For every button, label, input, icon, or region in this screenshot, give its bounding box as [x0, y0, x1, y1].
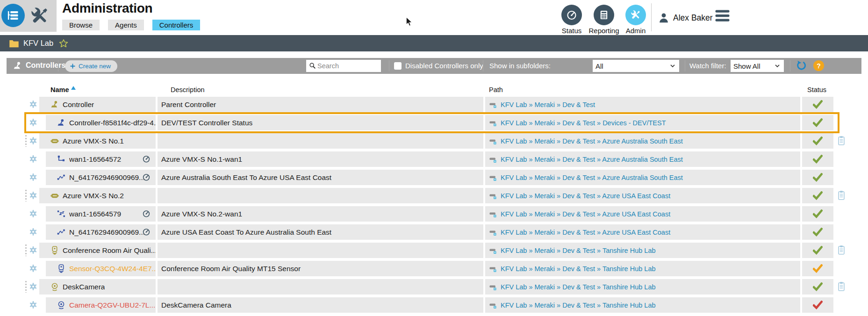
name-cell[interactable]: Controller	[39, 97, 156, 112]
joystick-icon	[50, 100, 59, 109]
clipboard-icon[interactable]	[837, 136, 846, 146]
row-name: N_641762946900969...	[69, 173, 145, 182]
name-cell[interactable]: Sensor-Q3CQ-4W24-4E7...	[46, 261, 156, 276]
table-row[interactable]: N_641762946900969... Azure Australia Sou…	[0, 170, 868, 185]
menu-icon[interactable]	[715, 9, 730, 23]
drag-handle-icon[interactable]	[25, 244, 27, 256]
name-cell[interactable]: wan1-16564579	[46, 206, 156, 222]
watch-filter-select[interactable]: Show All	[731, 60, 784, 72]
table-row[interactable]: Sensor-Q3CQ-4W24-4E7... Conference Room …	[0, 261, 868, 276]
breadcrumb-bar: KFV Lab	[0, 35, 868, 51]
row-path-link[interactable]: KFV Lab » Meraki » Dev & Test	[501, 101, 595, 108]
row-path-link[interactable]: KFV Lab » Meraki » Dev & Test » Azure Au…	[501, 174, 683, 181]
col-header-path[interactable]: Path	[489, 86, 503, 93]
gear-icon[interactable]	[29, 282, 37, 291]
row-path-link[interactable]: KFV Lab » Meraki » Dev & Test » Tanshire…	[501, 265, 656, 273]
status-cell	[802, 206, 833, 222]
table-row[interactable]: N_641762946900969... Azure USA East Coas…	[0, 224, 868, 240]
row-path-link[interactable]: KFV Lab » Meraki » Dev & Test » Azure US…	[501, 210, 670, 218]
table-row[interactable]: wan1-16564579 Azure VMX-S No.2-wan1 KFV …	[0, 206, 868, 222]
drag-handle-icon[interactable]	[25, 281, 27, 293]
tab-browse[interactable]: Browse	[62, 20, 100, 30]
gear-icon[interactable]	[29, 118, 37, 127]
tab-agents[interactable]: Agents	[108, 20, 144, 30]
table-row[interactable]: wan1-16564572 Azure VMX-S No.1-wan1 KFV …	[0, 151, 868, 167]
favorite-star-icon[interactable]	[59, 39, 68, 48]
row-description	[158, 133, 483, 149]
drag-handle-icon[interactable]	[25, 135, 27, 147]
nav-admin[interactable]: Admin	[616, 5, 656, 35]
gear-icon[interactable]	[29, 246, 37, 254]
clipboard-icon[interactable]	[837, 281, 846, 292]
name-cell[interactable]: Camera-Q2GV-UBU2-7L...	[46, 297, 156, 313]
status-check-icon	[813, 264, 823, 273]
row-path-link[interactable]: KFV Lab » Meraki » Dev & Test » Azure Au…	[501, 137, 683, 145]
create-new-button[interactable]: Create new	[65, 60, 117, 72]
table-row[interactable]: DeskCamera KFV Lab » Meraki » Dev & Test…	[0, 279, 868, 294]
status-gauge-icon	[561, 5, 582, 25]
row-path-link[interactable]: KFV Lab » Meraki » Dev & Test » Azure US…	[501, 192, 670, 200]
path-icon	[489, 247, 497, 254]
disabled-only-checkbox[interactable]	[394, 62, 402, 70]
clipboard-icon[interactable]	[837, 245, 846, 255]
gear-icon[interactable]	[29, 301, 37, 309]
row-name: DeskCamera	[63, 283, 105, 291]
search-input[interactable]	[317, 60, 380, 72]
gear-icon[interactable]	[29, 173, 37, 181]
col-header-name[interactable]: Name	[50, 86, 69, 93]
table-row[interactable]: Controller-f8581f4c-df29-4... DEV/TEST C…	[0, 115, 868, 130]
refresh-icon[interactable]	[796, 60, 807, 72]
row-description: DEV/TEST Controller Status	[158, 115, 483, 130]
subfolders-value: All	[595, 62, 669, 70]
gear-icon[interactable]	[29, 136, 37, 145]
tab-controllers[interactable]: Controllers	[152, 20, 201, 30]
path-icon	[489, 156, 497, 163]
table-row[interactable]: Azure VMX-S No.2 KFV Lab » Meraki » Dev …	[0, 188, 868, 203]
name-cell[interactable]: N_641762946900969...	[46, 170, 156, 185]
sensor-icon	[50, 246, 59, 255]
path-cell: KFV Lab » Meraki » Dev & Test » Tanshire…	[485, 261, 800, 276]
name-cell[interactable]: Azure VMX-S No.1	[39, 133, 156, 149]
help-button[interactable]: ?	[813, 60, 824, 71]
col-header-status[interactable]: Status	[807, 86, 826, 93]
row-path-link[interactable]: KFV Lab » Meraki » Dev & Test » Tanshire…	[501, 247, 656, 254]
table-row[interactable]: Controller Parent Controller KFV Lab » M…	[0, 97, 868, 112]
path-cell: KFV Lab » Meraki » Dev & Test » Tanshire…	[485, 243, 800, 258]
search-box	[306, 60, 381, 72]
gear-icon[interactable]	[29, 209, 37, 218]
table-row[interactable]: Conference Room Air Quali... KFV Lab » M…	[0, 243, 868, 258]
name-cell[interactable]: N_641762946900969...	[46, 224, 156, 240]
clipboard-icon[interactable]	[837, 190, 846, 201]
row-path-link[interactable]: KFV Lab » Meraki » Dev & Test » Devices …	[501, 119, 666, 127]
plus-icon	[70, 63, 76, 69]
gear-icon[interactable]	[29, 228, 37, 236]
drag-handle-icon[interactable]	[25, 190, 27, 201]
name-cell[interactable]: Azure VMX-S No.2	[39, 188, 156, 203]
table-row[interactable]: Azure VMX-S No.1 KFV Lab » Meraki » Dev …	[0, 133, 868, 149]
row-path-link[interactable]: KFV Lab » Meraki » Dev & Test » Tanshire…	[501, 302, 656, 309]
name-cell[interactable]: Controller-f8581f4c-df29-4...	[46, 115, 156, 130]
row-path-link[interactable]: KFV Lab » Meraki » Dev & Test » Tanshire…	[501, 283, 656, 291]
logo-tree-icon[interactable]	[1, 4, 25, 27]
name-cell[interactable]: wan1-16564572	[46, 151, 156, 167]
app-logo-block	[0, 0, 57, 32]
status-check-icon	[813, 282, 823, 291]
name-cell[interactable]: Conference Room Air Quali...	[39, 243, 156, 258]
name-cell[interactable]: DeskCamera	[39, 279, 156, 294]
gear-icon[interactable]	[29, 191, 37, 200]
gear-icon[interactable]	[29, 264, 37, 273]
status-cell	[802, 170, 833, 185]
status-check-icon	[813, 191, 823, 200]
gear-icon[interactable]	[29, 155, 37, 163]
table-row[interactable]: Camera-Q2GV-UBU2-7L... DeskCamera Camera…	[0, 297, 868, 313]
gear-icon[interactable]	[29, 100, 37, 108]
subfolders-select[interactable]: All	[593, 60, 679, 72]
col-header-description[interactable]: Description	[171, 86, 205, 93]
row-path-link[interactable]: KFV Lab » Meraki » Dev & Test » Azure Au…	[501, 156, 683, 163]
path-icon	[489, 302, 497, 309]
user-menu[interactable]: Alex Baker	[658, 12, 713, 23]
watch-filter-value: Show All	[733, 62, 774, 70]
admin-tools-icon	[625, 5, 646, 25]
row-path-link[interactable]: KFV Lab » Meraki » Dev & Test » Azure US…	[501, 229, 670, 236]
breadcrumb-label[interactable]: KFV Lab	[23, 39, 53, 48]
